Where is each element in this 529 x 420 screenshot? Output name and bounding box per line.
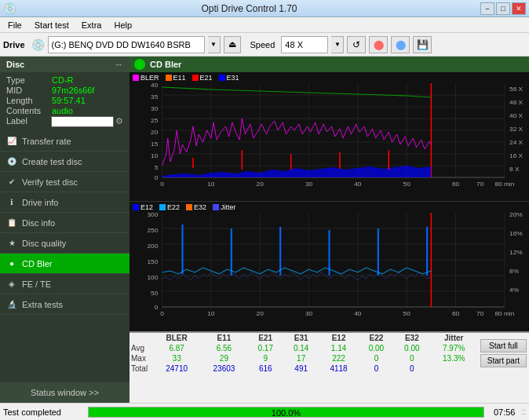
stats-avg-e21: 0.17 [248, 343, 283, 353]
sidebar-item-transfer-rate[interactable]: 📈 Transfer rate [0, 131, 130, 152]
svg-text:15: 15 [151, 141, 159, 148]
status-window-button[interactable]: Status window >> [0, 382, 130, 403]
svg-text:50: 50 [403, 310, 411, 317]
sidebar-item-disc-quality[interactable]: ★ Disc quality [0, 233, 130, 254]
menu-start-test[interactable]: Start test [28, 19, 75, 31]
chart-top: BLER E11 E21 E31 [130, 72, 529, 202]
erase-button[interactable]: ⬤ [369, 36, 388, 53]
status-percent: 100.0% [89, 407, 483, 418]
svg-text:48 X: 48 X [509, 99, 524, 106]
chart-icon [134, 59, 145, 70]
sidebar-item-cd-bler[interactable]: ● CD Bler [0, 254, 130, 274]
sidebar-item-transfer-rate-label: Transfer rate [22, 137, 71, 146]
svg-text:8 X: 8 X [509, 166, 520, 173]
copy-button[interactable]: ⬤ [391, 36, 410, 53]
label-gear-icon[interactable]: ⚙ [115, 116, 123, 127]
stats-total-bler: 24710 [153, 363, 200, 374]
svg-text:24 X: 24 X [509, 139, 524, 146]
legend-e21-color [192, 75, 199, 81]
disc-label-input[interactable] [51, 116, 114, 127]
sidebar-item-cd-bler-label: CD Bler [22, 259, 53, 268]
legend-e11-color [166, 75, 172, 81]
speed-selector[interactable]: 48 X [281, 36, 328, 53]
svg-text:35: 35 [151, 93, 159, 100]
refresh-button[interactable]: ↺ [347, 36, 366, 53]
sidebar-item-extra-tests[interactable]: 🔬 Extra tests [0, 294, 130, 315]
sidebar-item-fe-te-label: FE / TE [22, 279, 51, 289]
svg-text:30: 30 [305, 181, 313, 188]
disc-type-label: Type [6, 75, 52, 85]
sidebar-item-drive-info-label: Drive info [22, 198, 58, 207]
maximize-button[interactable]: □ [496, 2, 510, 15]
svg-text:80 min: 80 min [494, 310, 514, 317]
stats-col-bler: BLER [153, 333, 200, 343]
disc-header: Disc ↔ [0, 57, 130, 72]
legend-e21: E21 [192, 74, 213, 82]
status-progress-bar: 100.0% [88, 407, 484, 418]
stats-col-e32: E32 [394, 333, 429, 343]
save-button[interactable]: 💾 [413, 36, 432, 53]
disc-quality-icon: ★ [6, 238, 17, 249]
stats-max-bler: 33 [153, 353, 200, 363]
svg-text:12%: 12% [509, 249, 523, 256]
sidebar-item-drive-info[interactable]: ℹ Drive info [0, 192, 130, 213]
stats-data-area: BLER E11 E21 E31 E12 E22 E32 Jitter [130, 333, 478, 374]
svg-text:10: 10 [207, 181, 215, 188]
app-icon: 💿 [3, 2, 16, 15]
svg-text:0: 0 [155, 174, 159, 181]
svg-text:150: 150 [148, 258, 159, 265]
main-content: Disc ↔ Type CD-R MID 97m26s66f Length 59… [0, 57, 529, 403]
title-bar: 💿 Opti Drive Control 1.70 − □ ✕ [0, 0, 529, 17]
menu-file[interactable]: File [2, 19, 28, 31]
legend-jitter: Jitter [213, 203, 236, 211]
legend-e21-label: E21 [200, 74, 213, 82]
legend-e32-label: E32 [194, 203, 206, 211]
stats-max-e21: 9 [248, 353, 283, 363]
svg-text:56 X: 56 X [509, 86, 524, 93]
legend-e31-color [219, 75, 225, 81]
stats-total-e31: 491 [283, 363, 319, 374]
disc-mid-row: MID 97m26s66f [6, 86, 123, 95]
svg-text:16 X: 16 X [509, 152, 524, 159]
stats-col-empty [130, 333, 153, 343]
disc-expand-icon[interactable]: ↔ [115, 60, 123, 69]
svg-text:80 min: 80 min [494, 181, 514, 188]
close-button[interactable]: ✕ [512, 2, 526, 15]
disc-type-value: CD-R [52, 75, 74, 85]
stats-total-e21: 616 [248, 363, 283, 374]
legend-bler: BLER [133, 74, 159, 82]
sidebar-item-verify-test-disc[interactable]: ✔ Verify test disc [0, 172, 130, 192]
legend-e32: E32 [186, 203, 206, 211]
sidebar-item-create-test-disc[interactable]: 💿 Create test disc [0, 152, 130, 172]
stats-max-e11: 29 [200, 353, 247, 363]
legend-e11: E11 [166, 74, 186, 82]
right-panel: CD Bler BLER E11 E21 [130, 57, 529, 403]
svg-text:30: 30 [151, 105, 159, 112]
legend-e31: E31 [219, 74, 239, 82]
speed-label: Speed [250, 40, 275, 49]
start-full-button[interactable]: Start full [480, 339, 527, 352]
legend-e22-label: E22 [167, 203, 180, 211]
menu-help[interactable]: Help [108, 19, 138, 31]
svg-text:300: 300 [148, 213, 159, 218]
disc-length-value: 59:57.41 [52, 96, 86, 105]
start-part-button[interactable]: Start part [480, 354, 527, 367]
stats-total-e32: 0 [394, 363, 429, 374]
svg-text:10: 10 [207, 310, 215, 317]
sidebar-item-disc-info[interactable]: 📋 Disc info [0, 213, 130, 233]
stats-avg-label: Avg [130, 343, 153, 353]
minimize-button[interactable]: − [480, 2, 494, 15]
chart-bottom: E12 E22 E32 Jitter [130, 202, 529, 331]
stats-total-jitter [430, 363, 478, 374]
create-test-disc-icon: 💿 [6, 156, 17, 167]
speed-dropdown-arrow[interactable]: ▼ [331, 36, 344, 53]
menu-extra[interactable]: Extra [75, 19, 108, 31]
disc-length-row: Length 59:57.41 [6, 96, 123, 105]
drive-selector[interactable]: (G:) BENQ DVD DD DW1640 BSRB [48, 36, 205, 53]
drive-dropdown-arrow[interactable]: ▼ [208, 36, 221, 53]
eject-button[interactable]: ⏏ [224, 36, 241, 53]
legend-jitter-label: Jitter [221, 203, 236, 211]
stats-total-row: Total 24710 23603 616 491 4118 0 0 [130, 363, 478, 374]
stats-col-e12: E12 [319, 333, 358, 343]
sidebar-item-fe-te[interactable]: ◈ FE / TE [0, 274, 130, 294]
